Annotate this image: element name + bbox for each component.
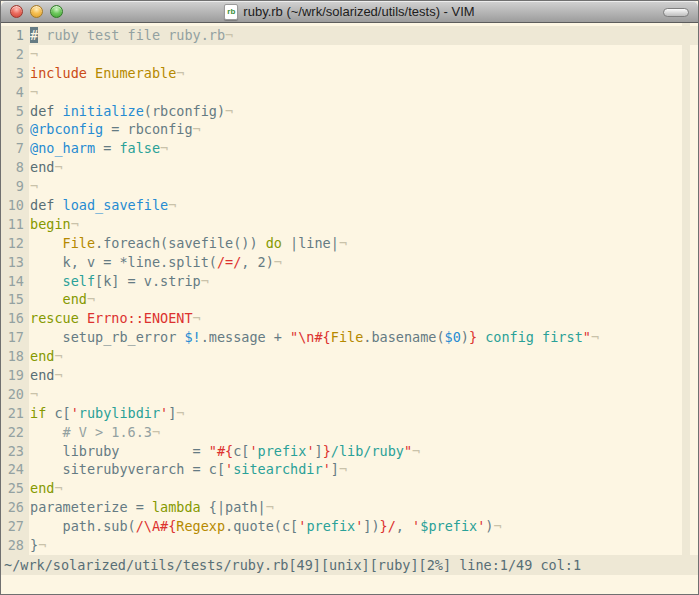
title-bar[interactable]: rb ruby.rb (~/wrk/solarized/utils/tests)… [1, 1, 698, 23]
code-token [87, 65, 95, 81]
code-line[interactable]: 28}¬ [1, 536, 698, 555]
line-number: 9 [1, 177, 29, 196]
code-token: ' [160, 405, 168, 421]
editor[interactable]: 1# ruby test file ruby.rb¬2¬3include Enu… [1, 23, 698, 555]
code-line[interactable]: 13 k, v = *line.split(/=/, 2)¬ [1, 253, 698, 272]
code-token: end [63, 291, 87, 307]
code-line[interactable]: 18end¬ [1, 347, 698, 366]
code-text: rescue Errno::ENOENT¬ [29, 309, 201, 328]
code-token [54, 197, 62, 213]
line-number: 13 [1, 253, 29, 272]
code-line[interactable]: 4¬ [1, 83, 698, 102]
code-line[interactable]: 11begin¬ [1, 215, 698, 234]
code-line[interactable]: 22 # V > 1.6.3¬ [1, 423, 698, 442]
code-line[interactable]: 8end¬ [1, 158, 698, 177]
code-token [30, 273, 63, 289]
line-number: 11 [1, 215, 29, 234]
code-line[interactable]: 24 siterubyverarch = c['sitearchdir']¬ [1, 460, 698, 479]
code-token: Errno::ENOENT [87, 310, 193, 326]
line-number: 21 [1, 404, 29, 423]
eol-marker: ¬ [152, 424, 160, 440]
command-line[interactable] [1, 575, 698, 594]
code-text: def initialize(rbconfig)¬ [29, 102, 233, 121]
code-token: @rbconfig [30, 121, 103, 137]
code-token: def [30, 197, 54, 213]
code-text: siterubyverarch = c['sitearchdir']¬ [29, 460, 347, 479]
code-token: config first [477, 329, 583, 345]
code-line[interactable]: 5def initialize(rbconfig)¬ [1, 102, 698, 121]
code-token: rescue [30, 310, 79, 326]
code-token: ruby test file ruby.rb [38, 27, 225, 43]
code-text: # ruby test file ruby.rb¬ [29, 26, 233, 45]
code-text: @no_harm = false¬ [29, 139, 168, 158]
code-token: /lib/ruby [331, 443, 404, 459]
code-token: c[ [233, 443, 249, 459]
code-token: initialize [63, 103, 144, 119]
code-line[interactable]: 26parameterize = lambda {|path|¬ [1, 498, 698, 517]
code-text: end¬ [29, 158, 63, 177]
code-line[interactable]: 9¬ [1, 177, 698, 196]
code-line[interactable]: 1# ruby test file ruby.rb¬ [1, 26, 698, 45]
code-token: (rbconfig) [144, 103, 225, 119]
code-line[interactable]: 12 File.foreach(savefile()) do |line|¬ [1, 234, 698, 253]
code-line[interactable]: 25end¬ [1, 479, 698, 498]
code-token: = rbconfig [103, 121, 192, 137]
code-line[interactable]: 10def load_savefile¬ [1, 196, 698, 215]
vim-window: rb ruby.rb (~/wrk/solarized/utils/tests)… [0, 0, 699, 595]
eol-marker: ¬ [591, 329, 599, 345]
code-token: end [30, 159, 54, 175]
code-line[interactable]: 6@rbconfig = rbconfig¬ [1, 120, 698, 139]
code-line[interactable]: 27 path.sub(/\A#{Regexp.quote(c['prefix'… [1, 517, 698, 536]
code-line[interactable]: 3include Enumerable¬ [1, 64, 698, 83]
eol-marker: ¬ [168, 197, 176, 213]
line-number: 27 [1, 517, 29, 536]
line-number: 10 [1, 196, 29, 215]
eol-marker: ¬ [225, 103, 233, 119]
line-number: 3 [1, 64, 29, 83]
code-text: ¬ [29, 385, 38, 404]
code-token: self [63, 273, 96, 289]
code-token: File [331, 329, 364, 345]
code-text: path.sub(/\A#{Regexp.quote(c['prefix'])}… [29, 517, 502, 536]
zoom-button[interactable] [50, 5, 63, 18]
line-number: 18 [1, 347, 29, 366]
eol-marker: ¬ [30, 178, 38, 194]
code-token: ) [461, 329, 469, 345]
line-number: 7 [1, 139, 29, 158]
eol-marker: ¬ [54, 480, 62, 496]
window-controls [10, 5, 63, 18]
code-token: , 2) [241, 254, 274, 270]
code-token: c[ [46, 405, 70, 421]
line-number: 25 [1, 479, 29, 498]
code-line[interactable]: 7@no_harm = false¬ [1, 139, 698, 158]
code-line[interactable]: 21if c['rubylibdir']¬ [1, 404, 698, 423]
line-number: 12 [1, 234, 29, 253]
code-token: def [30, 103, 54, 119]
code-text: ¬ [29, 83, 38, 102]
line-number: 1 [1, 26, 29, 45]
code-line[interactable]: 17 setup_rb_error $!.message + "\n#{File… [1, 328, 698, 347]
code-line[interactable]: 15 end¬ [1, 290, 698, 309]
line-number: 26 [1, 498, 29, 517]
minimize-button[interactable] [30, 5, 43, 18]
code-token [54, 103, 62, 119]
line-number: 19 [1, 366, 29, 385]
code-token: load_savefile [63, 197, 169, 213]
code-token: path.sub( [30, 518, 136, 534]
code-line[interactable]: 2¬ [1, 45, 698, 64]
code-line[interactable]: 14 self[k] = v.strip¬ [1, 272, 698, 291]
cursor-block: # [30, 27, 38, 43]
eol-marker: ¬ [30, 386, 38, 402]
toolbar-toggle-button[interactable] [663, 8, 689, 17]
code-text: end¬ [29, 347, 63, 366]
code-line[interactable]: 16rescue Errno::ENOENT¬ [1, 309, 698, 328]
line-number: 24 [1, 460, 29, 479]
code-line[interactable]: 20¬ [1, 385, 698, 404]
code-line[interactable]: 23 libruby = "#{c['prefix']}/lib/ruby"¬ [1, 442, 698, 461]
code-token: |line| [282, 235, 339, 251]
close-button[interactable] [10, 5, 23, 18]
code-token: /\A#{ [136, 518, 177, 534]
code-token: lambda [152, 499, 201, 515]
eol-marker: ¬ [71, 216, 79, 232]
code-line[interactable]: 19end¬ [1, 366, 698, 385]
